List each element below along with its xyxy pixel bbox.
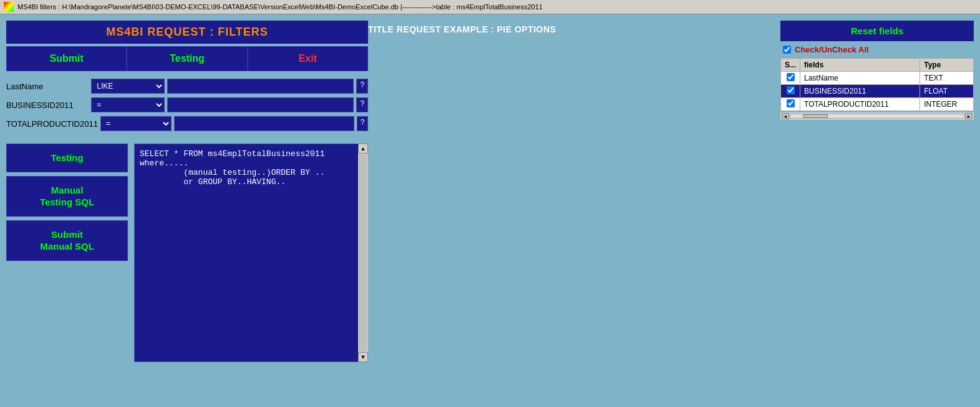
fields-tbody: LastName TEXT BUSINESSID2011 FLOAT TOTAL…	[781, 72, 974, 111]
col-header-s: S...	[781, 59, 800, 72]
row-check-totalproduct[interactable]	[781, 98, 800, 111]
main-content: MS4BI REQUEST : FILTERS Submit Testing E…	[0, 14, 980, 368]
check-all-label[interactable]: Check/UnCheck All	[795, 45, 869, 54]
header-bar: MS4BI REQUEST : FILTERS	[6, 21, 368, 44]
filter-help-totalproduct[interactable]: ?	[357, 116, 368, 131]
fields-table: S... fields Type LastName TEXT BUSINESSI…	[780, 58, 974, 111]
app-icon	[4, 2, 14, 12]
testing-side-button[interactable]: Testing	[6, 144, 128, 172]
filter-operator-totalproduct[interactable]: =LIKE<>	[100, 116, 172, 131]
filter-value-businessid[interactable]	[167, 97, 354, 112]
check-all-row: Check/UnCheck All	[780, 44, 974, 56]
title-bar: MS4BI filters : H:\MandragorePlanete\MS4…	[0, 0, 980, 14]
sql-textarea[interactable]: SELECT * FROM ms4EmplTotalBusiness2011 w…	[134, 144, 368, 362]
filter-row-businessid: BUSINESSID2011 =LIKE<> ?	[6, 97, 368, 112]
filter-label-totalproduct: TOTALPRODUCTID2011	[6, 119, 98, 129]
h-scroll-right[interactable]: ►	[965, 113, 973, 119]
reset-title: Reset fields	[851, 26, 903, 36]
header-title: MS4BI REQUEST : FILTERS	[106, 26, 268, 38]
row-field-lastname: LastName	[800, 72, 920, 85]
scroll-up-arrow[interactable]: ▲	[358, 144, 368, 154]
filter-rows: LastName LIKE=<> ? BUSINESSID2011 =LIKE<…	[6, 79, 368, 131]
filter-row-totalproduct: TOTALPRODUCTID2011 =LIKE<> ?	[6, 116, 368, 131]
filter-help-businessid[interactable]: ?	[356, 97, 368, 112]
filter-value-lastname[interactable]	[167, 79, 354, 94]
row-check-businessid[interactable]	[781, 85, 800, 98]
title-bar-text: MS4BI filters : H:\MandragorePlanete\MS4…	[17, 3, 543, 11]
table-row: LastName TEXT	[781, 72, 974, 85]
reset-header: Reset fields	[780, 21, 974, 41]
h-scroll-track	[790, 114, 964, 119]
table-row: BUSINESSID2011 FLOAT	[781, 85, 974, 98]
h-scroll-thumb[interactable]	[803, 114, 828, 118]
side-buttons: Testing ManualTesting SQL SubmitManual S…	[6, 144, 128, 362]
table-row: TOTALPRODUCTID2011 INTEGER	[781, 98, 974, 111]
table-scrollbar[interactable]: ◄ ►	[780, 112, 974, 120]
filter-row-lastname: LastName LIKE=<> ?	[6, 79, 368, 94]
col-header-type: Type	[920, 59, 974, 72]
row-field-totalproduct: TOTALPRODUCTID2011	[800, 98, 920, 111]
scroll-down-arrow[interactable]: ▼	[358, 352, 368, 362]
row-type-businessid: FLOAT	[920, 85, 974, 98]
exit-button[interactable]: Exit	[248, 46, 368, 71]
fields-table-area: S... fields Type LastName TEXT BUSINESSI…	[780, 58, 974, 120]
h-scroll-left[interactable]: ◄	[782, 113, 789, 119]
filter-operator-businessid[interactable]: =LIKE<>	[91, 97, 165, 112]
row-field-businessid: BUSINESSID2011	[800, 85, 920, 98]
row-check-lastname[interactable]	[781, 72, 800, 85]
center-title: TITLE REQUEST EXAMPLE : PIE OPTIONS	[368, 24, 556, 34]
button-row: Submit Testing Exit	[6, 46, 368, 71]
col-header-fields: fields	[800, 59, 920, 72]
filter-value-totalproduct[interactable]	[174, 116, 354, 131]
submit-manual-button[interactable]: SubmitManual SQL	[6, 220, 128, 261]
left-panel: MS4BI REQUEST : FILTERS Submit Testing E…	[6, 21, 368, 362]
row-type-totalproduct: INTEGER	[920, 98, 974, 111]
manual-testing-button[interactable]: ManualTesting SQL	[6, 176, 128, 217]
testing-button[interactable]: Testing	[127, 46, 247, 71]
filter-operator-lastname[interactable]: LIKE=<>	[91, 79, 165, 94]
sql-scrollbar[interactable]: ▲ ▼	[358, 144, 368, 362]
filter-label-businessid: BUSINESSID2011	[6, 101, 89, 110]
submit-button[interactable]: Submit	[6, 46, 127, 71]
row-type-lastname: TEXT	[920, 72, 974, 85]
sql-area-container: SELECT * FROM ms4EmplTotalBusiness2011 w…	[134, 144, 368, 362]
scroll-track	[359, 154, 367, 351]
check-all-checkbox[interactable]	[783, 46, 791, 54]
filter-help-lastname[interactable]: ?	[356, 79, 368, 94]
filter-label-lastname: LastName	[6, 82, 89, 91]
bottom-section: Testing ManualTesting SQL SubmitManual S…	[6, 144, 368, 362]
right-panel: Reset fields Check/UnCheck All S... fiel…	[780, 21, 974, 120]
